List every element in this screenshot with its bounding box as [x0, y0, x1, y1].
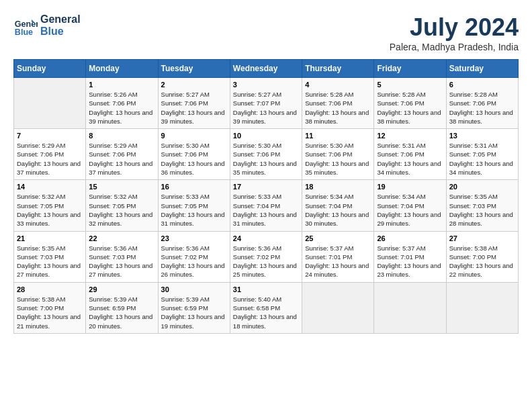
day-cell [374, 282, 446, 333]
svg-text:Blue: Blue [15, 28, 33, 37]
day-header-tuesday: Tuesday [158, 60, 230, 78]
day-number: 17 [233, 183, 299, 191]
day-info: Sunrise: 5:38 AMSunset: 7:00 PMDaylight:… [17, 295, 83, 330]
day-number: 6 [449, 81, 515, 89]
day-info: Sunrise: 5:40 AMSunset: 6:58 PMDaylight:… [233, 295, 299, 330]
day-cell: 15Sunrise: 5:32 AMSunset: 7:05 PMDayligh… [86, 180, 158, 231]
day-cell: 11Sunrise: 5:30 AMSunset: 7:06 PMDayligh… [302, 129, 374, 180]
calendar-table: SundayMondayTuesdayWednesdayThursdayFrid… [13, 59, 519, 334]
day-number: 20 [449, 183, 515, 191]
day-info: Sunrise: 5:35 AMSunset: 7:03 PMDaylight:… [449, 192, 515, 228]
day-cell: 20Sunrise: 5:35 AMSunset: 7:03 PMDayligh… [446, 180, 518, 231]
day-cell: 24Sunrise: 5:36 AMSunset: 7:02 PMDayligh… [230, 231, 302, 282]
logo-general: General [40, 13, 81, 26]
day-info: Sunrise: 5:34 AMSunset: 7:04 PMDaylight:… [305, 192, 371, 228]
day-cell: 5Sunrise: 5:28 AMSunset: 7:06 PMDaylight… [374, 78, 446, 129]
day-info: Sunrise: 5:36 AMSunset: 7:03 PMDaylight:… [89, 244, 154, 279]
day-info: Sunrise: 5:33 AMSunset: 7:05 PMDaylight:… [161, 192, 227, 228]
day-number: 10 [233, 132, 299, 140]
day-cell: 28Sunrise: 5:38 AMSunset: 7:00 PMDayligh… [14, 282, 86, 333]
week-row-1: 1Sunrise: 5:26 AMSunset: 7:06 PMDaylight… [14, 78, 519, 129]
day-cell: 13Sunrise: 5:31 AMSunset: 7:05 PMDayligh… [446, 129, 518, 180]
day-header-sunday: Sunday [14, 60, 86, 78]
day-cell: 7Sunrise: 5:29 AMSunset: 7:06 PMDaylight… [14, 129, 86, 180]
week-row-5: 28Sunrise: 5:38 AMSunset: 7:00 PMDayligh… [14, 282, 519, 333]
day-cell [302, 282, 374, 333]
day-info: Sunrise: 5:29 AMSunset: 7:06 PMDaylight:… [17, 141, 83, 177]
day-number: 16 [161, 183, 227, 191]
day-number: 15 [89, 183, 154, 191]
day-cell: 10Sunrise: 5:30 AMSunset: 7:06 PMDayligh… [230, 129, 302, 180]
day-header-thursday: Thursday [302, 60, 374, 78]
day-info: Sunrise: 5:39 AMSunset: 6:59 PMDaylight:… [89, 295, 154, 330]
day-info: Sunrise: 5:34 AMSunset: 7:04 PMDaylight:… [377, 192, 443, 228]
day-number: 26 [377, 234, 443, 242]
week-row-3: 14Sunrise: 5:32 AMSunset: 7:05 PMDayligh… [14, 180, 519, 231]
day-cell: 14Sunrise: 5:32 AMSunset: 7:05 PMDayligh… [14, 180, 86, 231]
day-info: Sunrise: 5:26 AMSunset: 7:06 PMDaylight:… [89, 90, 154, 126]
day-number: 24 [233, 234, 299, 242]
day-cell: 17Sunrise: 5:33 AMSunset: 7:04 PMDayligh… [230, 180, 302, 231]
day-info: Sunrise: 5:30 AMSunset: 7:06 PMDaylight:… [233, 141, 299, 177]
day-number: 22 [89, 234, 154, 242]
day-info: Sunrise: 5:37 AMSunset: 7:01 PMDaylight:… [377, 244, 443, 279]
day-number: 1 [89, 81, 154, 89]
day-info: Sunrise: 5:31 AMSunset: 7:06 PMDaylight:… [377, 141, 443, 177]
day-info: Sunrise: 5:29 AMSunset: 7:06 PMDaylight:… [89, 141, 154, 177]
day-number: 30 [161, 285, 227, 293]
day-cell: 19Sunrise: 5:34 AMSunset: 7:04 PMDayligh… [374, 180, 446, 231]
day-header-wednesday: Wednesday [230, 60, 302, 78]
week-row-4: 21Sunrise: 5:35 AMSunset: 7:03 PMDayligh… [14, 231, 519, 282]
title-block: July 2024 Palera, Madhya Pradesh, India [390, 13, 519, 52]
day-number: 18 [305, 183, 371, 191]
location: Palera, Madhya Pradesh, India [390, 42, 519, 52]
day-number: 12 [377, 132, 443, 140]
day-info: Sunrise: 5:30 AMSunset: 7:06 PMDaylight:… [161, 141, 227, 177]
day-cell: 27Sunrise: 5:38 AMSunset: 7:00 PMDayligh… [446, 231, 518, 282]
day-info: Sunrise: 5:36 AMSunset: 7:02 PMDaylight:… [233, 244, 299, 279]
day-info: Sunrise: 5:28 AMSunset: 7:06 PMDaylight:… [305, 90, 371, 126]
day-info: Sunrise: 5:27 AMSunset: 7:07 PMDaylight:… [233, 90, 299, 126]
day-cell: 1Sunrise: 5:26 AMSunset: 7:06 PMDaylight… [86, 78, 158, 129]
week-row-2: 7Sunrise: 5:29 AMSunset: 7:06 PMDaylight… [14, 129, 519, 180]
day-number: 7 [17, 132, 83, 140]
day-info: Sunrise: 5:38 AMSunset: 7:00 PMDaylight:… [449, 244, 515, 279]
day-header-monday: Monday [86, 60, 158, 78]
day-number: 23 [161, 234, 227, 242]
day-cell: 30Sunrise: 5:39 AMSunset: 6:59 PMDayligh… [158, 282, 230, 333]
day-info: Sunrise: 5:33 AMSunset: 7:04 PMDaylight:… [233, 192, 299, 228]
month-title: July 2024 [390, 13, 519, 42]
logo-icon: General Blue [13, 13, 38, 38]
day-cell: 3Sunrise: 5:27 AMSunset: 7:07 PMDaylight… [230, 78, 302, 129]
day-cell [446, 282, 518, 333]
day-number: 21 [17, 234, 83, 242]
day-number: 29 [89, 285, 154, 293]
day-cell: 31Sunrise: 5:40 AMSunset: 6:58 PMDayligh… [230, 282, 302, 333]
day-header-row: SundayMondayTuesdayWednesdayThursdayFrid… [14, 60, 519, 78]
day-info: Sunrise: 5:32 AMSunset: 7:05 PMDaylight:… [89, 192, 154, 228]
day-cell: 26Sunrise: 5:37 AMSunset: 7:01 PMDayligh… [374, 231, 446, 282]
day-cell: 9Sunrise: 5:30 AMSunset: 7:06 PMDaylight… [158, 129, 230, 180]
page-header: General Blue General Blue July 2024 Pale… [13, 13, 519, 52]
day-info: Sunrise: 5:28 AMSunset: 7:06 PMDaylight:… [377, 90, 443, 126]
day-number: 8 [89, 132, 154, 140]
day-cell: 22Sunrise: 5:36 AMSunset: 7:03 PMDayligh… [86, 231, 158, 282]
day-info: Sunrise: 5:31 AMSunset: 7:05 PMDaylight:… [449, 141, 515, 177]
day-number: 27 [449, 234, 515, 242]
day-info: Sunrise: 5:28 AMSunset: 7:06 PMDaylight:… [449, 90, 515, 126]
day-cell: 29Sunrise: 5:39 AMSunset: 6:59 PMDayligh… [86, 282, 158, 333]
day-cell [14, 78, 86, 129]
day-header-friday: Friday [374, 60, 446, 78]
day-number: 11 [305, 132, 371, 140]
day-cell: 18Sunrise: 5:34 AMSunset: 7:04 PMDayligh… [302, 180, 374, 231]
day-info: Sunrise: 5:30 AMSunset: 7:06 PMDaylight:… [305, 141, 371, 177]
day-number: 13 [449, 132, 515, 140]
day-number: 19 [377, 183, 443, 191]
day-cell: 4Sunrise: 5:28 AMSunset: 7:06 PMDaylight… [302, 78, 374, 129]
day-number: 31 [233, 285, 299, 293]
day-number: 4 [305, 81, 371, 89]
day-info: Sunrise: 5:36 AMSunset: 7:02 PMDaylight:… [161, 244, 227, 279]
day-number: 5 [377, 81, 443, 89]
day-header-saturday: Saturday [446, 60, 518, 78]
day-info: Sunrise: 5:32 AMSunset: 7:05 PMDaylight:… [17, 192, 83, 228]
